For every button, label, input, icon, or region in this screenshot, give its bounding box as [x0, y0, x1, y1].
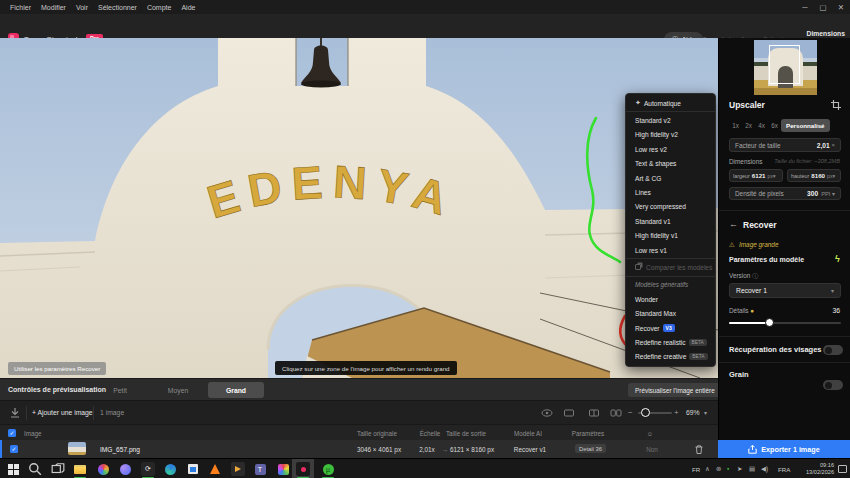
add-image-button[interactable]: + Ajouter une image — [32, 409, 93, 416]
scale-6x[interactable]: 6x — [768, 122, 781, 129]
zoom-out-button[interactable]: − — [628, 408, 633, 417]
row-params-badge[interactable]: Detail 36 — [575, 444, 606, 453]
single-view-icon[interactable] — [563, 407, 575, 419]
language-code[interactable]: FRA — [778, 466, 790, 473]
capture-app-icon[interactable]: ⟳ — [141, 462, 155, 476]
clock[interactable]: 09:16 13/02/2026 — [800, 462, 834, 476]
menu-item-art-cg[interactable]: Art & CG — [626, 171, 715, 185]
recover-panel-title: Recover — [743, 220, 777, 230]
tray-expand-icon[interactable]: ∧ — [705, 465, 710, 473]
menu-item-redefine-realistic[interactable]: Redefine realistic BETA — [626, 335, 715, 349]
menu-item-redefine-creative[interactable]: Redefine creative BETA — [626, 350, 715, 364]
model-params-title: Paramètres du modèle — [729, 256, 804, 263]
grain-toggle[interactable] — [823, 380, 843, 390]
action-center-icon[interactable] — [838, 465, 847, 473]
copilot-icon[interactable] — [118, 462, 132, 476]
full-image-preview-button[interactable]: Prévisualiser l'image entière — [628, 383, 722, 397]
pixel-density-field[interactable]: Densité de pixels 300 PPI ▾ — [729, 187, 841, 200]
details-slider-handle[interactable] — [765, 318, 774, 327]
face-recovery-toggle[interactable] — [823, 345, 843, 355]
image-table-row[interactable]: ✓ IMG_657.png 3046 × 4061 px 2,01x → 612… — [0, 440, 718, 458]
menu-item-lines[interactable]: Lines — [626, 185, 715, 199]
menu-item-standard-v1[interactable]: Standard v1 — [626, 214, 715, 228]
task-view-icon[interactable] — [51, 462, 65, 476]
tray-icon-3[interactable]: ➤ — [737, 465, 742, 473]
menu-item-low-res-v2[interactable]: Low res v2 — [626, 142, 715, 156]
photos-app-icon[interactable] — [96, 462, 110, 476]
zoom-level[interactable]: 69% — [686, 409, 700, 416]
start-button[interactable] — [6, 462, 20, 476]
menu-voir[interactable]: Voir — [76, 4, 88, 11]
search-icon[interactable] — [28, 462, 42, 476]
preview-eye-icon[interactable] — [541, 407, 553, 419]
row-checkbox[interactable]: ✓ — [10, 445, 18, 453]
menu-item-compare-models[interactable]: Comparer les modèles — [626, 260, 715, 274]
menu-compte[interactable]: Compte — [147, 4, 172, 11]
select-all-checkbox[interactable]: ✓ — [8, 429, 16, 437]
media-player-icon[interactable] — [231, 462, 245, 476]
preview-size-large[interactable]: Grand — [208, 382, 264, 398]
network-icon[interactable]: ▤ — [749, 465, 755, 473]
utorrent-icon[interactable]: µ — [321, 462, 335, 476]
menu-item-standard-v2[interactable]: Standard v2 — [626, 113, 715, 127]
edge-browser-icon[interactable] — [163, 462, 177, 476]
preview-size-medium[interactable]: Moyen — [150, 382, 206, 398]
v3-badge: V3 — [663, 324, 675, 332]
row-original-size: 3046 × 4061 px — [357, 446, 401, 453]
menu-item-low-res-v1[interactable]: Low res v1 — [626, 243, 715, 257]
menu-modifier[interactable]: Modifier — [41, 4, 66, 11]
titlebar: Fichier Modifier Voir Sélectionner Compt… — [0, 0, 850, 14]
menu-aide[interactable]: Aide — [181, 4, 195, 11]
scale-1x[interactable]: 1x — [729, 122, 742, 129]
menu-item-very-compressed[interactable]: Very compressed — [626, 200, 715, 214]
microsoft-store-icon[interactable] — [186, 462, 200, 476]
menu-item-recover[interactable]: Recover V3 — [626, 321, 715, 335]
preview-size-small[interactable]: Petit — [92, 382, 148, 398]
scale-factor-field[interactable]: Facteur de taille 2,01 × — [729, 138, 841, 152]
scale-4x[interactable]: 4x — [755, 122, 768, 129]
menu-item-high-fidelity-v2[interactable]: High fidelity v2 — [626, 128, 715, 142]
vlc-icon[interactable] — [208, 462, 222, 476]
scale-custom-selected[interactable]: Personnalisé — [781, 119, 830, 132]
menu-item-automatique[interactable]: ✦ Automatique — [626, 96, 715, 110]
zoom-in-button[interactable]: + — [674, 408, 679, 417]
divider — [719, 362, 850, 363]
menu-selectionner[interactable]: Sélectionner — [98, 4, 137, 11]
warning-icon: ⚠ — [729, 241, 735, 249]
language-short[interactable]: FR — [692, 466, 700, 473]
canvas-tooltip: Cliquez sur une zone de l'image pour aff… — [275, 361, 457, 375]
menu-item-text-shapes[interactable]: Text & shapes — [626, 157, 715, 171]
zoom-slider-handle[interactable] — [641, 408, 650, 417]
scale-2x[interactable]: 2x — [742, 122, 755, 129]
gigapixel-app-icon[interactable] — [296, 462, 310, 476]
menu-fichier[interactable]: Fichier — [10, 4, 31, 11]
width-field[interactable]: largeur 6121 px▾ — [729, 169, 783, 182]
split-view-icon[interactable] — [588, 407, 600, 419]
version-select[interactable]: Recover 1 ▾ — [729, 283, 841, 298]
teams-icon[interactable]: T — [253, 462, 267, 476]
menu-item-wonder[interactable]: Wonder — [626, 292, 715, 306]
volume-icon[interactable]: ◀) — [761, 465, 768, 473]
crop-icon[interactable] — [831, 100, 841, 110]
image-canvas[interactable]: EDENYA Utiliser les paramètres Recover C… — [0, 38, 718, 378]
menu-item-high-fidelity-v1[interactable]: High fidelity v1 — [626, 229, 715, 243]
use-recover-settings-button[interactable]: Utiliser les paramètres Recover — [8, 362, 106, 375]
side-by-side-view-icon[interactable] — [610, 407, 622, 419]
menu-item-standard-max[interactable]: Standard Max — [626, 306, 715, 320]
minimize-icon[interactable]: ─ — [796, 3, 814, 12]
trash-icon[interactable] — [694, 444, 704, 455]
height-field[interactable]: hauteur 8160 px▾ — [787, 169, 841, 182]
column-params: Paramètres — [572, 430, 605, 437]
maximize-icon[interactable]: ▢ — [814, 3, 832, 12]
file-explorer-icon[interactable] — [73, 462, 87, 476]
back-arrow-icon[interactable]: ← — [729, 219, 738, 229]
close-icon[interactable]: ✕ — [832, 3, 850, 12]
tray-icon-2[interactable]: ▪ — [727, 465, 729, 472]
chevron-down-icon[interactable]: ▾ — [704, 409, 707, 416]
collapse-tray-icon[interactable] — [9, 407, 21, 419]
navigator-viewport-box[interactable] — [769, 45, 800, 84]
colorful-app-icon[interactable] — [276, 462, 290, 476]
export-button[interactable]: Exporter 1 image — [718, 440, 850, 458]
tray-icon-1[interactable]: ⊜ — [716, 465, 721, 473]
preview-controls-bar: Contrôles de prévisualisation Petit Moye… — [0, 378, 718, 400]
